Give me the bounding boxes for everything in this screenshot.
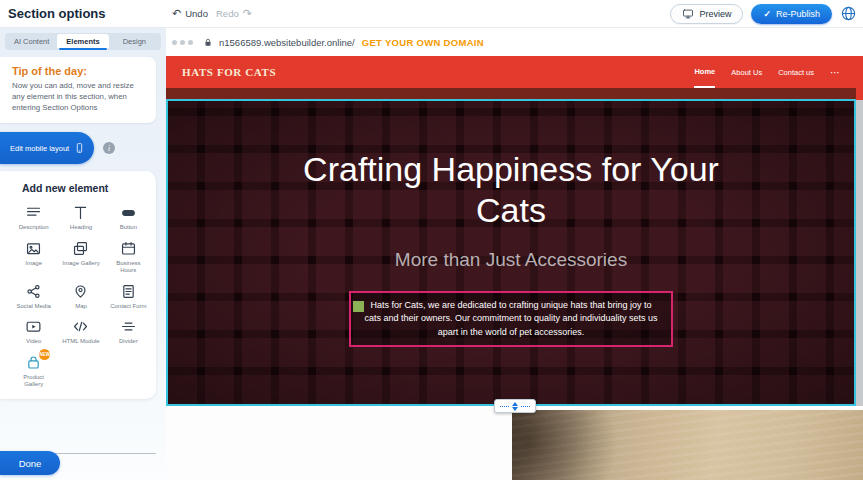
nav-about-us[interactable]: About Us xyxy=(731,56,762,88)
undo-label: Undo xyxy=(185,8,208,19)
info-icon[interactable]: i xyxy=(103,142,115,154)
site-logo[interactable]: HATS FOR CATS xyxy=(182,66,276,78)
site-url: n1566589.websitebuilder.online/ xyxy=(219,37,355,48)
site-scrollbar[interactable] xyxy=(856,56,863,406)
site-viewport: HATS FOR CATS Home About Us Contact us ⋯… xyxy=(166,56,863,480)
scrollbar-header-segment xyxy=(856,56,863,100)
preview-label: Preview xyxy=(699,9,731,19)
mobile-layout-row: Edit mobile layout i xyxy=(0,132,166,164)
redo-label: Redo xyxy=(216,8,239,19)
redo-button[interactable]: Redo ↷ xyxy=(216,8,252,19)
description-icon xyxy=(25,204,42,221)
undo-icon: ↶ xyxy=(172,8,181,19)
lock-icon xyxy=(203,37,213,48)
tab-design[interactable]: Design xyxy=(109,34,160,49)
element-social-media[interactable]: Social Media xyxy=(10,283,57,311)
drag-handle[interactable] xyxy=(353,301,364,312)
hero-heading[interactable]: Crafting Happiness for Your Cats xyxy=(301,149,721,232)
hero-text-box[interactable]: Hats for Cats, we are dedicated to craft… xyxy=(349,291,673,348)
video-icon xyxy=(25,318,42,335)
heading-icon xyxy=(72,204,89,221)
map-icon xyxy=(72,283,89,300)
social-media-icon xyxy=(25,283,42,300)
dotted-line-right xyxy=(521,406,530,407)
tip-title: Tip of the day: xyxy=(12,65,146,77)
new-badge: NEW xyxy=(39,349,50,360)
phone-icon xyxy=(74,140,85,156)
business-hours-icon xyxy=(120,240,137,257)
add-element-panel: Add new element Description Heading Butt… xyxy=(0,171,156,399)
nav-more-icon[interactable]: ⋯ xyxy=(830,67,840,78)
window-dot-2 xyxy=(180,40,185,45)
page-title: Section options xyxy=(8,6,106,21)
button-icon xyxy=(120,204,137,221)
element-html-module[interactable]: HTML Module xyxy=(57,318,104,346)
window-dot-3 xyxy=(188,40,193,45)
republish-button[interactable]: ✓ Re-Publish xyxy=(751,4,832,24)
add-element-title: Add new element xyxy=(22,182,152,194)
browser-bar: n1566589.websitebuilder.online/ GET YOUR… xyxy=(166,28,863,56)
image-gallery-icon xyxy=(72,240,89,257)
undo-button[interactable]: ↶ Undo xyxy=(172,8,208,19)
edit-mobile-layout-button[interactable]: Edit mobile layout xyxy=(0,132,94,164)
redo-icon: ↷ xyxy=(243,8,252,19)
site-nav: Home About Us Contact us ⋯ xyxy=(694,56,840,88)
hero-section-selected[interactable]: Crafting Happiness for Your Cats More th… xyxy=(166,99,856,406)
nav-contact-us[interactable]: Contact us xyxy=(778,56,814,88)
element-grid: Description Heading Button Image xyxy=(10,204,152,389)
element-map[interactable]: Map xyxy=(57,283,104,311)
element-contact-form[interactable]: Contact Form xyxy=(105,283,152,311)
get-domain-link[interactable]: GET YOUR OWN DOMAIN xyxy=(362,37,484,48)
sidebar: AI Content Elements Design Tip of the da… xyxy=(0,28,166,480)
tip-body: Now you can add, move and resize any ele… xyxy=(12,81,146,113)
element-business-hours[interactable]: Business Hours xyxy=(105,240,152,275)
republish-label: Re-Publish xyxy=(776,9,820,19)
divider-icon xyxy=(120,318,137,335)
tab-elements[interactable]: Elements xyxy=(57,34,108,49)
nav-home[interactable]: Home xyxy=(694,56,715,88)
monitor-icon xyxy=(682,8,694,20)
edit-mobile-label: Edit mobile layout xyxy=(10,144,69,153)
tab-ai-content[interactable]: AI Content xyxy=(6,34,57,49)
site-header: HATS FOR CATS Home About Us Contact us ⋯ xyxy=(166,56,856,88)
tip-of-the-day-card: Tip of the day: Now you can add, move an… xyxy=(0,57,156,123)
hero-subheading[interactable]: More than Just Accessories xyxy=(395,249,627,271)
element-heading[interactable]: Heading xyxy=(57,204,104,232)
section-resize-handle[interactable] xyxy=(494,399,536,413)
window-dot-1 xyxy=(172,40,177,45)
element-divider[interactable]: Divider xyxy=(105,318,152,346)
resize-arrows-icon xyxy=(512,402,518,411)
element-video[interactable]: Video xyxy=(10,318,57,346)
element-image-gallery[interactable]: Image Gallery xyxy=(57,240,104,275)
element-image[interactable]: Image xyxy=(10,240,57,275)
header-accent-strip xyxy=(166,88,856,99)
hero-paragraph: Hats for Cats, we are dedicated to craft… xyxy=(364,300,657,337)
element-description[interactable]: Description xyxy=(10,204,57,232)
sidebar-tabs: AI Content Elements Design xyxy=(5,33,161,50)
image-icon xyxy=(25,240,42,257)
dotted-line-left xyxy=(500,406,509,407)
topbar-actions: Preview ✓ Re-Publish xyxy=(670,4,857,24)
preview-area: n1566589.websitebuilder.online/ GET YOUR… xyxy=(166,28,863,480)
done-button[interactable]: Done xyxy=(0,451,60,475)
element-button[interactable]: Button xyxy=(105,204,152,232)
globe-icon[interactable] xyxy=(840,5,857,22)
cat-photo xyxy=(512,410,863,480)
element-product-gallery[interactable]: NEW Product Gallery xyxy=(10,354,57,389)
top-bar: Section options ↶ Undo Redo ↷ Preview ✓ … xyxy=(0,0,863,28)
contact-form-icon xyxy=(120,283,137,300)
check-icon: ✓ xyxy=(763,9,771,19)
preview-button[interactable]: Preview xyxy=(670,4,743,24)
html-module-icon xyxy=(72,318,89,335)
